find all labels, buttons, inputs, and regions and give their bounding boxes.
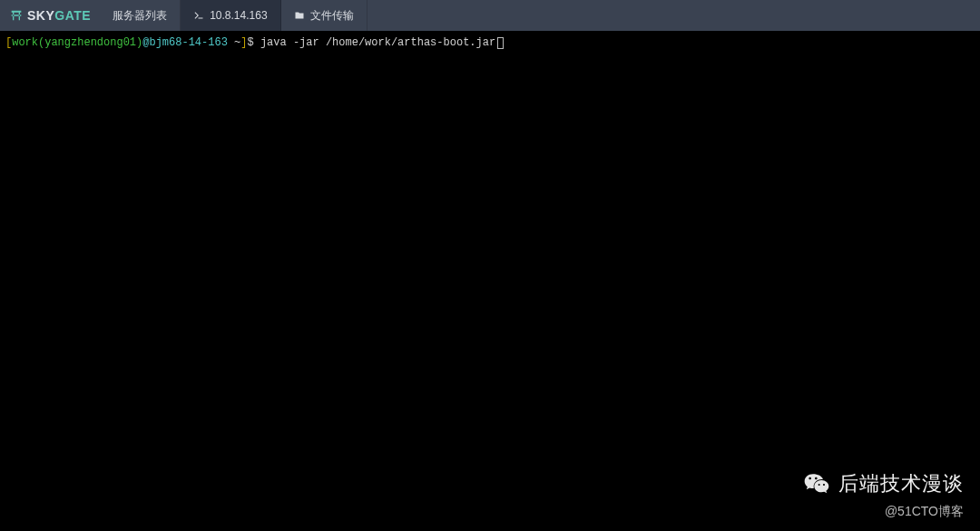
folder-icon <box>294 10 305 21</box>
logo-text: SKYGATE <box>27 8 91 23</box>
app-logo: SKYGATE <box>0 0 100 31</box>
tab-ssh-session[interactable]: 10.8.14.163 <box>181 0 280 31</box>
terminal-line: [work(yangzhendong01)@bjm68-14-163 ~]$ j… <box>5 35 975 50</box>
prompt-symbol: $ <box>247 36 260 49</box>
tab-label: 10.8.14.163 <box>210 9 267 22</box>
tab-label: 服务器列表 <box>113 8 167 24</box>
prompt-user-detail: yangzhendong01 <box>44 36 136 49</box>
watermark-subtitle: @51CTO博客 <box>802 504 964 520</box>
terminal-icon <box>193 10 204 21</box>
tab-server-list[interactable]: 服务器列表 <box>100 0 181 31</box>
watermark-row: 后端技术漫谈 <box>802 469 964 498</box>
titlebar: SKYGATE 服务器列表 10.8.14.163 文件传输 <box>0 0 980 31</box>
logo-text-sky: SKY <box>27 8 54 23</box>
tab-label: 文件传输 <box>310 8 354 24</box>
logo-icon <box>9 8 24 23</box>
prompt-user: work <box>12 36 38 49</box>
tab-file-transfer[interactable]: 文件传输 <box>281 0 368 31</box>
prompt-cwd: ~ <box>228 36 240 49</box>
terminal-area[interactable]: [work(yangzhendong01)@bjm68-14-163 ~]$ j… <box>0 31 980 531</box>
watermark-title: 后端技术漫谈 <box>838 470 964 497</box>
watermark: 后端技术漫谈 @51CTO博客 <box>802 469 964 520</box>
wechat-icon <box>802 469 831 498</box>
terminal-command: java -jar /home/work/arthas-boot.jar <box>260 36 495 49</box>
terminal-cursor <box>497 37 504 49</box>
prompt-host: bjm68-14-163 <box>149 36 227 49</box>
logo-text-gate: GATE <box>54 8 91 23</box>
